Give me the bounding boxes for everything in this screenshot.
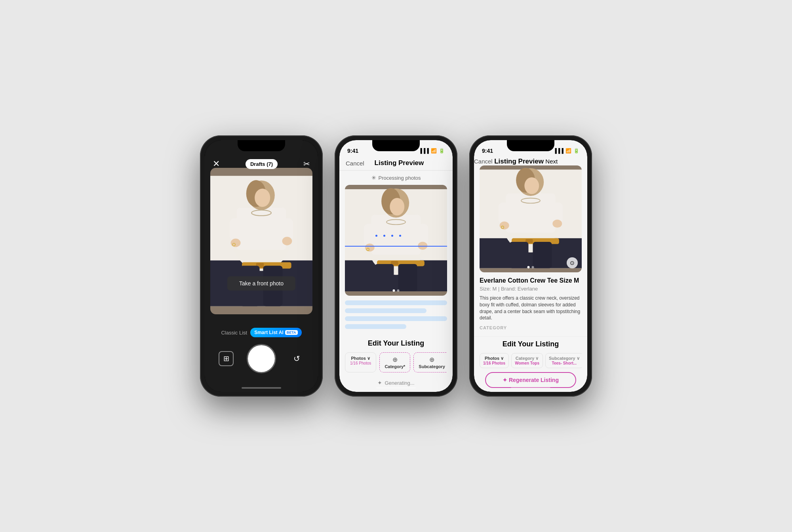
cancel-button-3[interactable]: Cancel: [474, 158, 493, 165]
next-placeholder-2: Next: [434, 160, 446, 167]
wifi-icon: 📶: [431, 148, 437, 154]
skeleton-line-1: [345, 300, 447, 305]
signal-icon-3: ▐▐▐: [553, 148, 564, 154]
category-icon: ⊕: [392, 356, 398, 363]
svg-rect-56: [533, 242, 552, 268]
camera-viewfinder: Take a front photo: [210, 168, 312, 314]
scan-dot: [391, 235, 393, 237]
edit-tabs-3: Photos ∨ 1/16 Photos Category ∨ Women To…: [480, 353, 582, 368]
skeleton-line-4: [345, 324, 406, 329]
regenerate-button[interactable]: ✦ Regenerate Listing: [485, 372, 576, 388]
beta-badge: BETA: [285, 330, 298, 335]
tab-photos-2[interactable]: Photos ∨ 1/16 Photos: [345, 352, 376, 372]
image-dot-active: [393, 289, 395, 292]
camera-scissors-icon[interactable]: ✂: [303, 159, 310, 169]
tab-subcategory-label-3: Subcategory ∨: [549, 356, 580, 361]
battery-icon: 🔋: [439, 148, 445, 154]
tab-category-value-3: Women Tops: [515, 361, 539, 365]
home-indicator: [242, 387, 281, 389]
svg-rect-31: [364, 224, 374, 246]
svg-point-52: [500, 221, 509, 229]
tab-photos-3[interactable]: Photos ∨ 1/16 Photos: [480, 353, 509, 368]
image-dot-3: [532, 266, 534, 268]
tab-photos-label: Photos ∨: [351, 356, 370, 361]
status-icons-2: ▐▐▐ 📶 🔋: [419, 148, 445, 154]
sparkle-icon: ✦: [377, 380, 382, 386]
status-time-2: 9:41: [347, 148, 358, 154]
edit-title-3: Edit Your Listing: [480, 340, 582, 348]
nav-title-2: Listing Preview: [375, 159, 424, 167]
tab-subcategory-2[interactable]: ⊕ Subcategory: [413, 352, 447, 372]
svg-point-46: [524, 177, 539, 194]
nav-title-3: Listing Preview: [494, 158, 544, 165]
svg-rect-12: [230, 218, 240, 241]
edit-title-2: Edit Your Listing: [345, 339, 447, 348]
svg-point-15: [282, 237, 292, 245]
nav-bar-3: Cancel Listing Preview Next: [474, 158, 587, 165]
tab-photos-label-3: Photos ∨: [485, 356, 504, 361]
svg-point-33: [365, 243, 375, 251]
tab-subcategory-value-3: Tees- Short...: [552, 361, 577, 365]
scan-dot: [375, 235, 377, 237]
close-icon[interactable]: ✕: [213, 159, 220, 169]
listing-title: Everlane Cotton Crew Tee Size M: [480, 277, 582, 284]
phone-1-camera: ✕ Drafts (7) ✂: [200, 135, 323, 397]
tab-subcategory-3[interactable]: Subcategory ∨ Tees- Short...: [545, 353, 582, 368]
scan-dot: [383, 235, 385, 237]
edit-section-3: Edit Your Listing Photos ∨ 1/16 Photos C…: [474, 336, 587, 390]
cancel-button-2[interactable]: Cancel: [346, 160, 364, 167]
processing-bar: ✳ Processing photos: [339, 171, 453, 185]
drafts-button[interactable]: Drafts (7): [246, 159, 278, 169]
notch-1: [238, 140, 285, 151]
listing-image-3: ⊙: [480, 165, 582, 272]
image-dot-active-3: [527, 266, 530, 268]
notch-2: [372, 140, 420, 151]
tab-photos-sublabel: 1/16 Photos: [350, 361, 371, 365]
smart-list-button[interactable]: Smart List AI BETA: [250, 328, 301, 337]
wifi-icon-3: 📶: [565, 148, 571, 154]
phone-3-results: 9:41 ▐▐▐ 📶 🔋 Cancel Listing Preview Next: [469, 135, 592, 397]
classic-list-label[interactable]: Classic List: [221, 330, 247, 336]
next-button-3[interactable]: Next: [545, 158, 558, 165]
scan-dots: [375, 235, 401, 237]
status-icons-3: ▐▐▐ 📶 🔋: [553, 148, 579, 154]
nav-bar-2: Cancel Listing Preview Next: [339, 158, 453, 171]
svg-point-8: [255, 188, 270, 207]
battery-icon-3: 🔋: [573, 148, 579, 154]
skeleton-line-3: [345, 316, 447, 321]
image-dots-3: [527, 266, 534, 268]
gallery-icon[interactable]: ⊞: [219, 351, 234, 366]
edit-section-2: Edit Your Listing Photos ∨ 1/16 Photos ⊕…: [339, 334, 453, 375]
listing-details: Everlane Cotton Crew Tee Size M Size: M …: [474, 272, 587, 336]
notch-3: [507, 140, 554, 151]
svg-rect-36: [375, 264, 394, 291]
svg-point-53: [552, 220, 562, 228]
generating-label: Generating...: [385, 380, 414, 386]
tab-category-2[interactable]: ⊕ Category*: [379, 352, 410, 372]
camera-edit-badge[interactable]: ⊙: [567, 257, 578, 268]
home-indicator-3: [511, 387, 550, 389]
tab-category-3[interactable]: Category ∨ Women Tops: [511, 353, 543, 368]
camera-controls: ⊞ ↺: [205, 341, 318, 376]
tab-photos-sublabel-3: 1/16 Photos: [483, 361, 505, 365]
image-dots: [393, 289, 400, 292]
subcategory-icon: ⊕: [429, 356, 434, 363]
image-dot: [397, 289, 400, 292]
tab-category-label: Category*: [385, 364, 405, 369]
svg-rect-37: [398, 264, 417, 291]
category-label: CATEGORY: [480, 325, 582, 330]
listing-toggle: Classic List Smart List AI BETA: [221, 328, 301, 337]
listing-meta: Size: M | Brand: Everlane: [480, 286, 582, 292]
scan-dot: [399, 235, 401, 237]
shutter-button[interactable]: [248, 345, 275, 372]
skeleton-section: [339, 296, 453, 334]
skeleton-line-2: [345, 308, 426, 313]
tab-category-label-3: Category ∨: [516, 356, 539, 361]
scan-line: [345, 246, 447, 247]
processing-label: Processing photos: [379, 175, 421, 181]
signal-icon: ▐▐▐: [419, 148, 429, 154]
listing-image-2: [345, 185, 447, 296]
camera-bottom-bar: Classic List Smart List AI BETA ⊞ ↺: [205, 321, 318, 392]
flip-camera-icon[interactable]: ↺: [289, 351, 304, 366]
front-photo-label: Take a front photo: [227, 276, 295, 291]
